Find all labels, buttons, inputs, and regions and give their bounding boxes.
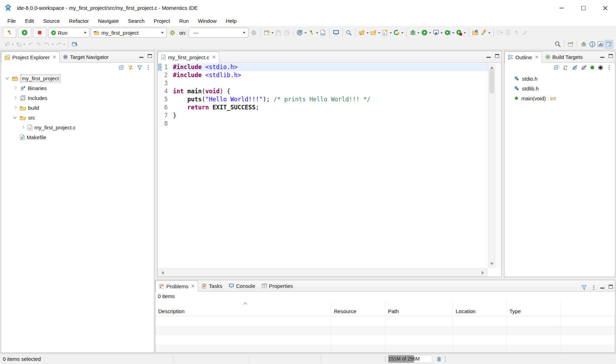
column-header-description[interactable]: Description: [155, 301, 331, 316]
column-header-resource[interactable]: Resource: [331, 301, 385, 316]
next-edit-location-button[interactable]: [34, 40, 43, 48]
tab-problems[interactable]: Problems: [155, 281, 198, 292]
outline-item-stdlib[interactable]: stdlib.h: [504, 83, 615, 93]
tab-tasks[interactable]: Tasks: [198, 280, 225, 291]
editor-gutter[interactable]: [158, 103, 162, 112]
view-menu-icon[interactable]: [607, 65, 611, 70]
column-header-type[interactable]: Type: [507, 301, 561, 316]
chevron-down-icon[interactable]: [316, 32, 318, 35]
info-center-button[interactable]: [588, 40, 596, 48]
hide-inactive-directives-icon[interactable]: [598, 65, 603, 70]
maximize-view-icon[interactable]: [609, 285, 613, 289]
filter-icon[interactable]: [137, 65, 142, 70]
menu-window[interactable]: Window: [193, 16, 221, 26]
show-whitespace-button[interactable]: ¶: [513, 28, 521, 37]
outline-item-main[interactable]: main(void) : int: [504, 93, 615, 103]
minimize-view-icon[interactable]: [487, 57, 491, 58]
chevron-down-icon[interactable]: [367, 32, 369, 35]
profiling-perspective-button[interactable]: [596, 40, 605, 48]
code-line[interactable]: 4 int main(void) {: [158, 87, 488, 95]
editor-gutter[interactable]: [158, 79, 162, 87]
overview-ruler[interactable]: [495, 63, 501, 268]
tab-console[interactable]: Console: [226, 280, 259, 291]
chevron-down-icon[interactable]: [378, 32, 380, 35]
chevron-expanded-icon[interactable]: [5, 75, 10, 81]
target-combo[interactable]: ---: [189, 28, 248, 38]
last-edit-location-button[interactable]: [26, 40, 34, 48]
tab-editor-file[interactable]: .c my_first_project.c: [158, 52, 219, 63]
menu-run[interactable]: Run: [175, 16, 194, 26]
chevron-down-icon[interactable]: [401, 32, 403, 35]
new-c-project-button[interactable]: c: [358, 28, 366, 37]
code-line[interactable]: 2 #include <stdlib.h>: [158, 71, 488, 79]
chevron-collapsed-icon[interactable]: [20, 124, 26, 130]
chevron-down-icon[interactable]: [417, 32, 420, 35]
code-editor[interactable]: 1 #include <stdio.h> 2 #include <stdlib.…: [158, 63, 488, 268]
chevron-down-icon[interactable]: [441, 32, 443, 35]
chevron-down-icon[interactable]: [23, 44, 25, 46]
vertical-scrollbar[interactable]: [488, 63, 495, 268]
run-button[interactable]: [18, 28, 31, 38]
new-target-connection-button[interactable]: [296, 28, 304, 37]
profiler-button[interactable]: [480, 28, 488, 37]
tree-item-project[interactable]: c my_first_project: [1, 73, 154, 83]
drag-handle[interactable]: [445, 356, 446, 362]
toggle-source-header-button[interactable]: [496, 28, 504, 37]
chevron-expanded-icon[interactable]: [12, 115, 18, 120]
tree-item-source-file[interactable]: .c my_first_project.c: [1, 122, 154, 132]
back-button[interactable]: [43, 40, 51, 48]
chevron-collapsed-icon[interactable]: [12, 85, 18, 91]
minimize-view-icon[interactable]: [600, 57, 604, 58]
close-icon[interactable]: [53, 55, 56, 59]
chevron-down-icon[interactable]: [452, 32, 454, 35]
debug-perspective-button[interactable]: [580, 40, 588, 48]
open-perspective-button[interactable]: [567, 40, 575, 48]
new-wizard-button[interactable]: [263, 28, 271, 37]
new-c-file-button[interactable]: c: [381, 28, 389, 37]
build-button[interactable]: [307, 28, 316, 37]
scrollbar-thumb[interactable]: [489, 69, 494, 93]
new-project-button[interactable]: [369, 28, 378, 37]
debug-button[interactable]: [409, 28, 417, 37]
coverage-button[interactable]: [443, 28, 452, 37]
code-line[interactable]: 5 puts("Hello World!!!"); /* prints Hell…: [158, 95, 488, 103]
tab-build-targets[interactable]: Build Targets: [542, 51, 586, 62]
launch-config-combo[interactable]: Run: [48, 28, 89, 38]
open-resource-button[interactable]: [471, 28, 480, 37]
menu-help[interactable]: Help: [221, 16, 241, 26]
tab-target-navigator[interactable]: Target Navigator: [60, 51, 112, 62]
menu-project[interactable]: Project: [149, 16, 175, 26]
menu-file[interactable]: File: [3, 16, 20, 26]
stop-button[interactable]: [33, 28, 46, 38]
chevron-collapsed-icon[interactable]: [12, 95, 18, 101]
chevron-down-icon[interactable]: [464, 32, 466, 35]
column-header-location[interactable]: Location: [453, 301, 507, 316]
tree-item-makefile[interactable]: Makefile: [1, 132, 154, 142]
close-icon[interactable]: [212, 55, 216, 59]
external-tools-button[interactable]: [432, 28, 440, 37]
tab-properties[interactable]: Properties: [259, 280, 296, 291]
chevron-collapsed-icon[interactable]: [12, 105, 18, 110]
link-with-editor-icon[interactable]: [128, 65, 134, 70]
tab-outline[interactable]: Outline: [504, 52, 542, 63]
sort-alphabetically-icon[interactable]: az: [563, 65, 569, 70]
editor-gutter[interactable]: [158, 112, 162, 120]
search-actions-button[interactable]: [345, 28, 353, 37]
target-gear-button[interactable]: [250, 28, 258, 37]
scroll-left-icon[interactable]: [160, 271, 164, 275]
next-annotation-button[interactable]: [3, 40, 11, 48]
launch-config-gear-button[interactable]: [168, 28, 176, 37]
heap-status-gauge[interactable]: 151M of 256M: [388, 355, 432, 363]
maximize-view-icon[interactable]: [495, 54, 499, 58]
run-garbage-collector-button[interactable]: [435, 355, 443, 363]
tree-item-src[interactable]: src: [1, 113, 154, 122]
chevron-down-icon[interactable]: [63, 44, 65, 46]
chevron-down-icon[interactable]: [304, 32, 307, 35]
format-button[interactable]: [521, 28, 529, 37]
chevron-down-icon[interactable]: [52, 44, 54, 46]
horizontal-scrollbar[interactable]: [158, 268, 488, 277]
previous-annotation-button[interactable]: [14, 40, 23, 48]
minimize-button[interactable]: [551, 0, 573, 16]
hide-static-members-icon[interactable]: s: [581, 65, 587, 70]
maximize-button[interactable]: [573, 0, 594, 16]
